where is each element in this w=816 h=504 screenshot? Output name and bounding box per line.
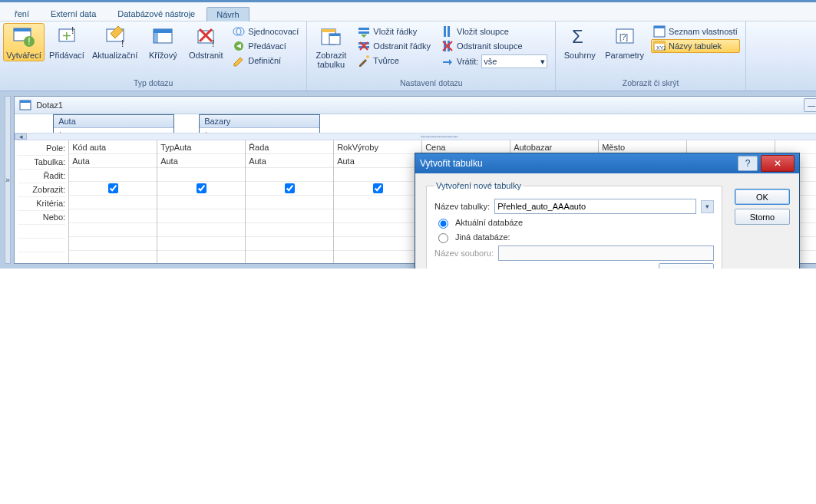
svg-text:Σ: Σ [572,26,583,47]
grid-cell[interactable] [246,196,333,209]
btn-append[interactable]: +! Přidávací [46,23,88,61]
tab-db-tools[interactable]: Databázové nástroje [107,6,205,21]
btn-passthrough[interactable]: Předávací [230,39,301,53]
grid-cell[interactable]: Řada [246,140,333,154]
table-auta[interactable]: Auta *Kód autaTypAutaŘadaRokVýrobyCenaAu… [53,114,174,133]
grid-cell[interactable] [69,182,157,196]
svg-text:XYZ: XYZ [656,45,666,51]
field-star[interactable]: * [204,130,315,133]
btn-insert-cols[interactable]: Vložit sloupce [439,25,550,38]
grid-cell[interactable]: RokVýroby [334,140,421,154]
grid-cell[interactable] [69,223,157,237]
chevron-right-icon: » [5,175,10,184]
btn-totals[interactable]: Σ Souhrny [559,23,600,61]
grid-cell[interactable] [69,237,157,251]
grid-cell[interactable]: Auta [157,154,245,168]
dialog-maketable: Vytvořit tabulku ? ✕ Vytvoření nové tabu… [415,153,800,268]
svg-rect-26 [444,26,446,37]
btn-update[interactable]: ! Aktualizační [89,23,140,61]
svg-text:+: + [62,28,71,44]
grid-cell[interactable] [69,209,157,223]
dialog-title: Vytvořit tabulku [420,158,483,169]
grid-cell[interactable] [246,223,333,237]
grid-column[interactable]: Kód autaAuta [69,140,157,263]
btn-cancel[interactable]: Storno [735,209,790,225]
grid-cell[interactable] [157,182,245,196]
btn-propsheet[interactable]: Seznam vlastností [651,25,740,38]
grid-cell[interactable] [246,209,333,223]
btn-ddl[interactable]: Definiční [230,54,301,68]
show-checkbox[interactable] [373,183,383,193]
grid-cell[interactable]: Kód auta [69,140,157,154]
btn-delete-cols[interactable]: Odstranit sloupce [439,39,550,53]
svg-rect-20 [329,34,340,36]
btn-delete[interactable]: ! Odstranit [185,23,226,61]
grid-cell[interactable] [157,168,245,182]
grid-cell[interactable] [246,237,333,251]
scroll-left-icon[interactable]: ◂ [15,133,27,140]
grid-cell[interactable] [157,209,245,223]
btn-tablenames[interactable]: XYZNázvy tabulek [651,39,740,53]
svg-text:!: ! [212,38,214,49]
btn-browse: Procházet... [659,263,714,268]
btn-crosstab[interactable]: Křížový [142,23,183,61]
grid-cell[interactable]: Auta [334,154,421,168]
svg-rect-34 [654,26,665,28]
grid-cell[interactable] [334,168,421,182]
grid-column[interactable]: RokVýrobyAuta [334,140,422,263]
btn-ok[interactable]: OK [735,189,790,205]
radio-currentdb[interactable] [438,219,448,229]
dialog-close[interactable]: ✕ [761,155,795,172]
svg-rect-39 [20,100,31,103]
relationship-pane[interactable]: Auta *Kód autaTypAutaŘadaRokVýrobyCenaAu… [15,114,816,133]
tab-create[interactable]: ření [5,6,39,21]
label-currentdb: Aktuální databáze [455,218,523,227]
grid-cell[interactable]: TypAuta [157,140,245,154]
tab-design[interactable]: Návrh [206,7,249,21]
grid-cell[interactable] [334,196,421,209]
tab-external-data[interactable]: Externí data [41,6,106,21]
btn-builder[interactable]: Tvůrce [355,54,433,68]
btn-params[interactable]: [?] Parametry [602,23,647,61]
grid-cell[interactable] [157,196,245,209]
field-star[interactable]: * [58,130,169,133]
btn-maketable[interactable]: ! Vytvářecí [3,23,45,61]
grid-cell[interactable] [334,182,421,196]
table-bazary[interactable]: Bazary *AutobazarUliceČísloMěstoTelefonK… [199,114,320,133]
svg-rect-1 [14,28,31,31]
combo-down-icon[interactable]: ▾ [701,200,714,213]
svg-text:!: ! [71,25,74,36]
grid-cell[interactable] [334,223,421,237]
grid-column[interactable]: ŘadaAuta [246,140,334,263]
grid-cell[interactable]: Auta [246,154,333,168]
dialog-help[interactable]: ? [738,156,758,171]
grid-cell[interactable] [157,223,245,237]
group-label-showhide: Zobrazit či skrýt [559,78,742,89]
radio-otherdb[interactable] [438,233,448,243]
btn-insert-rows[interactable]: Vložit řádky [355,25,433,38]
btn-show-table[interactable]: Zobrazit tabulku [310,23,352,71]
grid-cell[interactable] [334,237,421,251]
show-checkbox[interactable] [108,183,118,193]
grid-cell[interactable] [157,237,245,251]
show-checkbox[interactable] [197,183,206,193]
grid-cell[interactable] [246,182,333,196]
input-filename [498,245,714,261]
grid-cell[interactable] [246,168,333,182]
grid-cell[interactable]: Auta [69,154,157,168]
grid-cell[interactable] [334,209,421,223]
input-tablename[interactable] [494,199,696,214]
nav-pane[interactable]: » [5,96,11,264]
grid-cell[interactable] [69,196,157,209]
grid-column[interactable]: TypAutaAuta [157,140,246,263]
grid-cell[interactable] [69,168,157,182]
btn-union[interactable]: Sjednocovací [230,25,301,38]
btn-delete-rows[interactable]: Odstranit řádky [355,39,433,53]
group-label-qtype: Typ dotazu [3,78,303,89]
win-minimize[interactable]: — [804,98,816,112]
label-otherdb: Jiná databáze: [455,232,510,242]
show-checkbox[interactable] [285,183,295,193]
splitter[interactable]: ◂ ┅┅┅┅┅┅┅ ▸ [15,133,816,140]
svg-rect-36 [654,41,665,44]
return-select[interactable]: vše▾ [481,54,547,68]
